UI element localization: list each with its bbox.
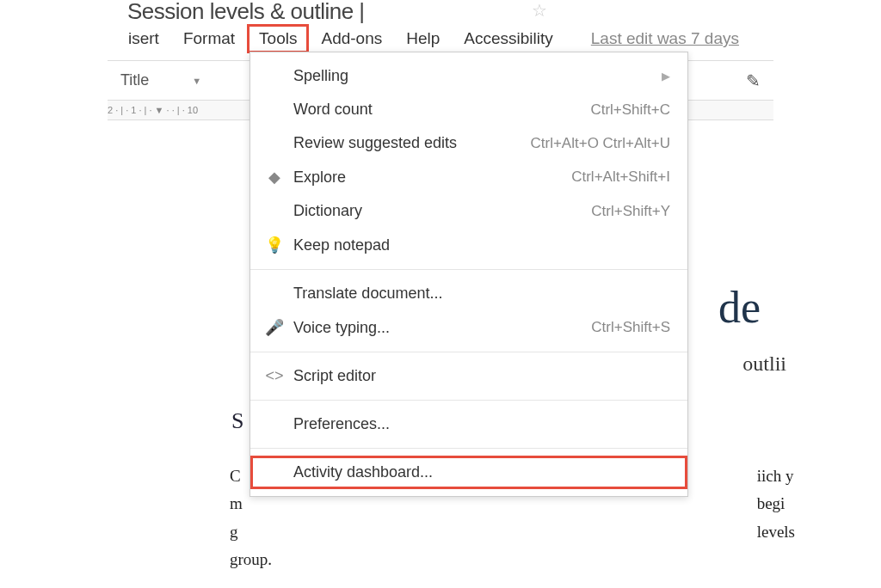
menu-help[interactable]: Help [394,24,452,53]
menu-insert[interactable]: isert [116,24,171,53]
menu-script-editor[interactable]: <> Script editor [250,359,687,393]
menu-shortcut: Ctrl+Alt+Shift+I [571,168,670,186]
doc-heading-fragment: de [718,282,761,333]
explore-icon: ◆ [262,168,286,187]
menu-label: Activity dashboard... [293,463,670,481]
menu-explore[interactable]: ◆ Explore Ctrl+Alt+Shift+I [250,160,687,194]
menu-format[interactable]: Format [171,24,247,53]
chevron-down-icon: ▼ [192,76,201,86]
menu-dictionary[interactable]: Dictionary Ctrl+Shift+Y [250,194,687,228]
last-edit-link[interactable]: Last edit was 7 days [591,29,739,48]
menu-shortcut: Ctrl+Alt+O Ctrl+Alt+U [531,135,671,152]
style-dropdown[interactable]: Title ▼ [120,71,201,89]
menu-spelling[interactable]: Spelling ▶ [250,59,687,93]
doc-subheading-fragment: outlii [742,352,786,376]
menu-tools[interactable]: Tools [247,24,309,53]
menu-activity-dashboard[interactable]: Activity dashboard... [250,456,687,489]
menu-label: Spelling [293,67,662,85]
menu-label: Dictionary [293,202,591,220]
menu-label: Keep notepad [293,236,670,254]
menu-voice-typing[interactable]: 🎤 Voice typing... Ctrl+Shift+S [250,310,687,345]
star-icon[interactable]: ☆ [532,0,547,21]
menu-label: Explore [293,168,571,187]
style-dropdown-label: Title [120,71,149,89]
menu-label: Review suggested edits [293,134,531,152]
document-title[interactable]: Session levels & outline | [127,0,365,25]
menu-addons[interactable]: Add-ons [309,24,394,53]
menu-label: Translate document... [293,285,670,303]
menu-label: Script editor [293,367,670,385]
doc-text-fragment: S [231,408,243,434]
tools-dropdown-menu: Spelling ▶ Word count Ctrl+Shift+C Revie… [250,52,688,497]
doc-body-right: iich y begi levels [757,462,795,546]
menu-label: Word count [293,101,590,119]
menu-word-count[interactable]: Word count Ctrl+Shift+C [250,93,687,126]
menu-shortcut: Ctrl+Shift+S [591,319,670,336]
menu-shortcut: Ctrl+Shift+C [590,101,670,119]
microphone-icon: 🎤 [262,318,286,337]
menu-label: Preferences... [293,415,670,433]
menubar: isert Format Tools Add-ons Help Accessib… [116,24,739,53]
edit-mode-icon[interactable]: ✎ [746,70,761,91]
code-icon: <> [262,367,286,385]
keep-icon: 💡 [262,236,286,254]
menu-review-edits[interactable]: Review suggested edits Ctrl+Alt+O Ctrl+A… [250,126,687,160]
submenu-arrow-icon: ▶ [662,70,670,83]
menu-shortcut: Ctrl+Shift+Y [591,203,670,220]
menu-keep-notepad[interactable]: 💡 Keep notepad [250,228,687,262]
menu-label: Voice typing... [293,319,591,337]
menu-preferences[interactable]: Preferences... [250,407,687,441]
menu-translate[interactable]: Translate document... [250,277,687,310]
menu-accessibility[interactable]: Accessibility [452,24,564,53]
